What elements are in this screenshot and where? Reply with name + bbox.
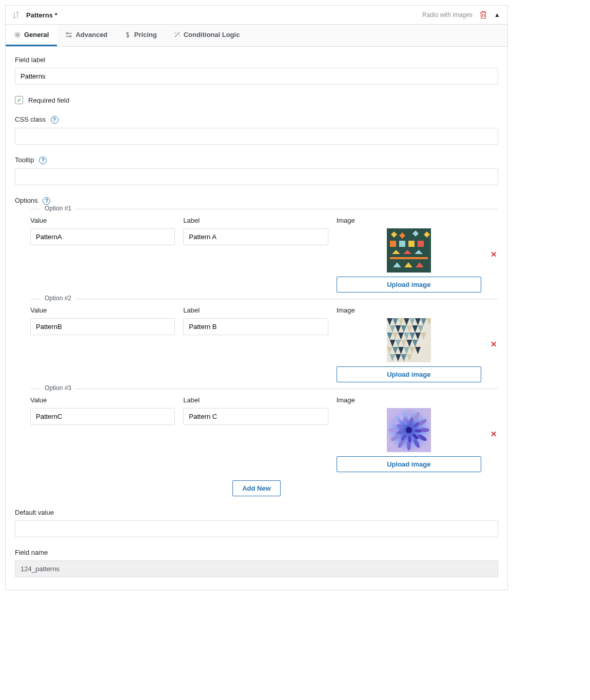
collapse-icon[interactable]: ▲ xyxy=(494,11,500,18)
dollar-icon xyxy=(124,31,131,38)
delete-option-icon[interactable]: ✕ xyxy=(489,340,498,349)
tooltip-input[interactable] xyxy=(15,168,498,185)
option-value-input[interactable] xyxy=(30,318,175,335)
upload-image-button[interactable]: Upload image xyxy=(337,277,481,293)
help-icon[interactable]: ? xyxy=(39,157,47,164)
trash-icon[interactable] xyxy=(480,11,487,19)
field-panel: Patterns * Radio with images ▲ General A… xyxy=(5,5,508,590)
options-group: Options ? Option #1 Value Label xyxy=(15,197,498,496)
required-label: Required field xyxy=(28,96,69,104)
css-class-group: CSS class ? xyxy=(15,115,498,145)
option-value-label: Value xyxy=(30,396,175,404)
option-label-input[interactable] xyxy=(183,228,328,245)
css-class-input[interactable] xyxy=(15,128,498,145)
tab-label: Conditional Logic xyxy=(184,31,240,38)
svg-rect-15 xyxy=(390,257,428,259)
panel-header: Patterns * Radio with images ▲ xyxy=(6,6,507,25)
option-image-preview xyxy=(387,408,431,452)
option-label-label: Label xyxy=(183,306,328,314)
add-new-button[interactable]: Add New xyxy=(232,480,281,496)
option-row: Option #1 Value Label Image xyxy=(30,209,498,293)
option-value-input[interactable] xyxy=(30,408,175,425)
svg-point-2 xyxy=(70,35,71,37)
option-value-label: Value xyxy=(30,217,175,224)
svg-point-66 xyxy=(388,428,399,432)
option-image-label: Image xyxy=(337,396,481,404)
option-image-label: Image xyxy=(337,217,481,224)
tab-label: Advanced xyxy=(75,31,107,38)
delete-option-icon[interactable]: ✕ xyxy=(489,250,498,259)
sliders-icon xyxy=(65,31,72,38)
option-label-input[interactable] xyxy=(183,408,328,425)
svg-rect-9 xyxy=(399,241,405,247)
field-name-label: Field name xyxy=(15,549,498,556)
svg-rect-11 xyxy=(418,241,424,247)
option-image-preview xyxy=(387,318,431,362)
options-list: Option #1 Value Label Image xyxy=(30,209,498,472)
option-row: Option #3 Value Label Image xyxy=(30,388,498,472)
panel-title: Patterns * xyxy=(26,11,422,19)
upload-image-button[interactable]: Upload image xyxy=(337,366,481,382)
option-row: Option #2 Value Label Image xyxy=(30,299,498,382)
required-checkbox[interactable]: ✓ xyxy=(15,96,23,104)
drag-handle-icon[interactable] xyxy=(13,11,19,18)
help-icon[interactable]: ? xyxy=(51,116,58,124)
tab-advanced[interactable]: Advanced xyxy=(57,25,115,46)
options-label: Options ? xyxy=(15,197,498,205)
tab-label: Pricing xyxy=(134,31,157,38)
option-image-label: Image xyxy=(337,306,481,314)
svg-point-1 xyxy=(67,32,68,34)
field-type-badge: Radio with images xyxy=(422,11,473,18)
tooltip-label: Tooltip ? xyxy=(15,156,498,164)
option-value-input[interactable] xyxy=(30,228,175,245)
default-value-label: Default value xyxy=(15,509,498,516)
panel-body: Field label ✓ Required field CSS class ?… xyxy=(6,47,507,590)
delete-option-icon[interactable]: ✕ xyxy=(489,430,498,439)
gear-icon xyxy=(14,31,21,38)
default-value-input[interactable] xyxy=(15,520,498,537)
svg-point-57 xyxy=(407,410,411,420)
magic-wand-icon xyxy=(173,31,181,38)
add-new-row: Add New xyxy=(15,480,498,496)
option-value-label: Value xyxy=(30,306,175,314)
option-legend: Option #1 xyxy=(41,205,75,212)
field-label-label: Field label xyxy=(15,56,498,64)
tab-conditional-logic[interactable]: Conditional Logic xyxy=(165,25,248,46)
field-name-group: Field name xyxy=(15,549,498,577)
svg-point-0 xyxy=(16,34,18,36)
svg-rect-8 xyxy=(390,241,396,247)
tooltip-group: Tooltip ? xyxy=(15,156,498,185)
tab-pricing[interactable]: Pricing xyxy=(116,25,165,46)
option-label-label: Label xyxy=(183,396,328,404)
tabs: General Advanced Pricing Conditional Log… xyxy=(6,25,507,47)
option-legend: Option #2 xyxy=(41,295,75,302)
field-label-input[interactable] xyxy=(15,68,498,85)
svg-point-78 xyxy=(406,427,412,433)
help-icon[interactable]: ? xyxy=(43,197,50,205)
option-label-label: Label xyxy=(183,217,328,224)
option-legend: Option #3 xyxy=(41,384,75,392)
option-label-input[interactable] xyxy=(183,318,328,335)
default-value-group: Default value xyxy=(15,509,498,537)
field-label-group: Field label xyxy=(15,56,498,85)
field-name-input xyxy=(15,560,498,577)
tab-label: General xyxy=(24,31,49,38)
required-field-row: ✓ Required field xyxy=(15,96,498,104)
option-image-preview xyxy=(387,228,431,273)
upload-image-button[interactable]: Upload image xyxy=(337,456,481,472)
tab-general[interactable]: General xyxy=(6,25,57,46)
svg-rect-10 xyxy=(408,241,415,247)
css-class-label: CSS class ? xyxy=(15,115,498,124)
